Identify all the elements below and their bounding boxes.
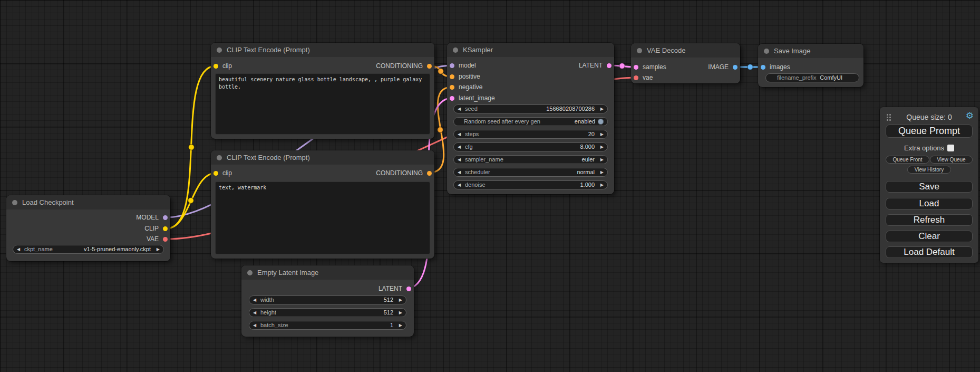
increment-arrow-icon[interactable]: ▶	[153, 245, 160, 253]
decrement-arrow-icon[interactable]: ◀	[17, 245, 23, 253]
positive-input-dot[interactable]	[450, 74, 454, 79]
slot-label: CONDITIONING	[376, 169, 423, 177]
input-slot-clip: clip	[211, 169, 232, 177]
queue-prompt-button[interactable]: Queue Prompt	[886, 125, 973, 138]
extra-options-checkbox[interactable]	[947, 145, 954, 151]
height-widget[interactable]: ◀ height 512 ▶	[249, 308, 406, 317]
model-output-dot[interactable]	[163, 215, 168, 220]
input-slot-vae: vae	[631, 73, 653, 82]
vae-output-dot[interactable]	[163, 237, 168, 242]
decrement-arrow-icon[interactable]: ◀	[253, 296, 259, 304]
decrement-arrow-icon[interactable]: ◀	[253, 321, 259, 329]
queue-size-label: Queue size: 0	[880, 112, 978, 122]
conditioning-output-dot[interactable]	[427, 171, 432, 176]
positive-prompt-textarea[interactable]: beautiful scenery nature glass bottle la…	[215, 73, 430, 135]
increment-arrow-icon[interactable]: ▶	[597, 143, 604, 151]
denoise-widget[interactable]: ◀ denoise 1.000 ▶	[453, 180, 608, 189]
decrement-arrow-icon[interactable]: ◀	[458, 105, 464, 113]
node-collapse-dot[interactable]	[217, 47, 222, 53]
widget-value: 156680208700286	[546, 105, 595, 113]
latent-output-dot[interactable]	[607, 63, 612, 68]
slot-label: IMAGE	[708, 63, 729, 71]
node-save-image[interactable]: Save Image images filename_prefix ComfyU…	[758, 44, 863, 87]
node-clip-text-encode-positive[interactable]: CLIP Text Encode (Prompt) clip CONDITION…	[211, 43, 434, 139]
clip-input-dot[interactable]	[214, 64, 218, 69]
node-vae-decode[interactable]: VAE Decode samples IMAGE vae	[631, 43, 740, 83]
node-ksampler[interactable]: KSampler model LATENT positive negative …	[447, 43, 614, 194]
load-default-button[interactable]: Load Default	[886, 246, 973, 258]
model-input-dot[interactable]	[450, 63, 454, 68]
slot-label: VAE	[147, 235, 159, 243]
link-dot	[438, 69, 444, 74]
widget-label: filename_prefix	[777, 74, 817, 82]
widget-label: batch_size	[260, 321, 288, 329]
batch-size-widget[interactable]: ◀ batch_size 1 ▶	[249, 321, 406, 330]
view-queue-button[interactable]: View Queue	[930, 156, 973, 164]
increment-arrow-icon[interactable]: ▶	[396, 296, 402, 304]
increment-arrow-icon[interactable]: ▶	[597, 105, 604, 113]
clip-input-dot[interactable]	[214, 171, 218, 176]
node-collapse-dot[interactable]	[217, 155, 222, 160]
queue-panel[interactable]: Queue size: 0 ⚙ Queue Prompt Extra optio…	[880, 107, 978, 263]
samples-input-dot[interactable]	[634, 65, 638, 70]
node-title: Save Image	[774, 47, 810, 55]
seed-widget[interactable]: ◀ seed 156680208700286 ▶	[453, 104, 608, 113]
node-collapse-dot[interactable]	[247, 270, 253, 275]
node-collapse-dot[interactable]	[12, 200, 17, 205]
settings-gear-icon[interactable]: ⚙	[966, 111, 974, 121]
clip-output-dot[interactable]	[163, 226, 168, 231]
vae-input-dot[interactable]	[634, 75, 638, 80]
negative-input-dot[interactable]	[450, 85, 454, 90]
view-history-button[interactable]: View History	[907, 166, 951, 174]
random-seed-toggle-widget[interactable]: Random seed after every gen enabled	[453, 117, 608, 126]
increment-arrow-icon[interactable]: ▶	[597, 156, 604, 164]
widget-label: width	[260, 296, 274, 304]
output-slot-model: MODEL	[136, 213, 170, 222]
cfg-widget[interactable]: ◀ cfg 8.000 ▶	[453, 142, 608, 151]
ckpt-name-widget[interactable]: ◀ ckpt_name v1-5-pruned-emaonly.ckpt ▶	[13, 245, 164, 254]
load-button[interactable]: Load	[886, 198, 973, 209]
increment-arrow-icon[interactable]: ▶	[597, 181, 604, 189]
refresh-button[interactable]: Refresh	[886, 214, 973, 226]
queue-front-button[interactable]: Queue Front	[886, 156, 929, 164]
images-input-dot[interactable]	[761, 65, 765, 70]
node-collapse-dot[interactable]	[764, 49, 769, 54]
node-collapse-dot[interactable]	[453, 47, 458, 53]
save-button[interactable]: Save	[886, 181, 973, 193]
node-load-checkpoint[interactable]: Load Checkpoint MODEL CLIP VAE ◀ ckpt_na…	[6, 195, 170, 261]
width-widget[interactable]: ◀ width 512 ▶	[249, 295, 406, 304]
increment-arrow-icon[interactable]: ▶	[597, 168, 604, 176]
input-slot-samples: samples	[631, 63, 666, 71]
scheduler-widget[interactable]: ◀ scheduler normal ▶	[453, 168, 608, 177]
node-collapse-dot[interactable]	[637, 48, 642, 53]
decrement-arrow-icon[interactable]: ◀	[458, 168, 464, 176]
node-title: CLIP Text Encode (Prompt)	[227, 154, 310, 161]
input-slot-negative: negative	[447, 83, 482, 91]
conditioning-output-dot[interactable]	[427, 64, 432, 69]
node-empty-latent-image[interactable]: Empty Latent Image LATENT ◀ width 512 ▶ …	[241, 265, 414, 337]
increment-arrow-icon[interactable]: ▶	[597, 130, 604, 138]
comfyui-canvas[interactable]: { "colors": { "model": "#B39DDB", "clip"…	[0, 0, 980, 372]
latent-output-dot[interactable]	[406, 287, 411, 291]
output-slot-clip: CLIP	[144, 224, 170, 233]
link-dot	[748, 64, 753, 70]
image-output-dot[interactable]	[733, 65, 738, 70]
decrement-arrow-icon[interactable]: ◀	[458, 143, 464, 151]
clear-button[interactable]: Clear	[886, 231, 973, 242]
increment-arrow-icon[interactable]: ▶	[396, 309, 402, 317]
widget-value: 1	[390, 321, 393, 329]
decrement-arrow-icon[interactable]: ◀	[458, 130, 464, 138]
sampler-name-widget[interactable]: ◀ sampler_name euler ▶	[453, 155, 608, 164]
negative-prompt-textarea[interactable]: text, watermark	[215, 182, 430, 254]
decrement-arrow-icon[interactable]: ◀	[458, 181, 464, 189]
decrement-arrow-icon[interactable]: ◀	[253, 309, 259, 317]
toggle-state-dot[interactable]	[598, 119, 604, 125]
node-title: KSampler	[463, 46, 493, 54]
node-clip-text-encode-negative[interactable]: CLIP Text Encode (Prompt) clip CONDITION…	[211, 150, 434, 259]
latent-image-input-dot[interactable]	[450, 96, 454, 101]
filename-prefix-widget[interactable]: filename_prefix ComfyUI	[765, 73, 859, 82]
increment-arrow-icon[interactable]: ▶	[396, 321, 402, 329]
decrement-arrow-icon[interactable]: ◀	[458, 156, 464, 164]
widget-label: sampler_name	[465, 156, 503, 164]
steps-widget[interactable]: ◀ steps 20 ▶	[453, 130, 608, 139]
